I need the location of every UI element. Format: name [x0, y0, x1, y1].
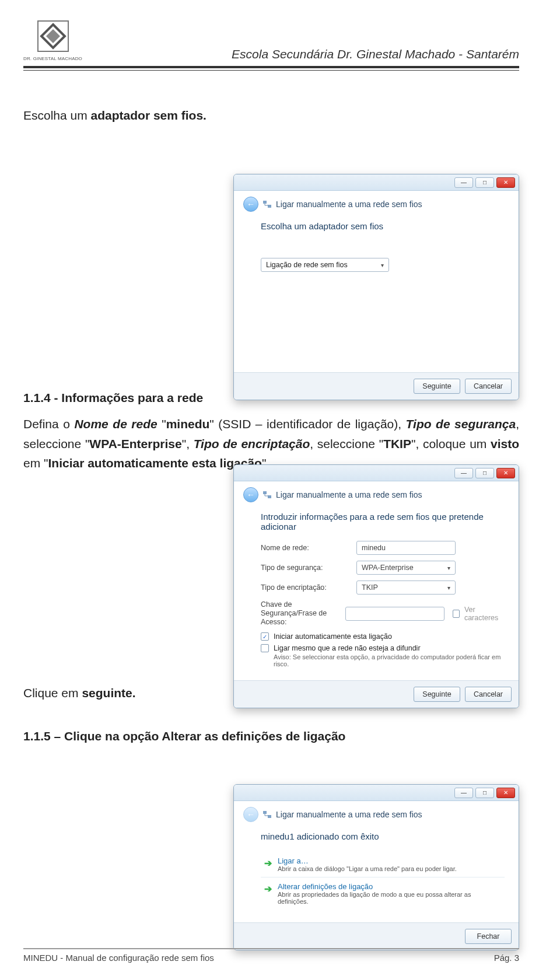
svg-marker-2 — [46, 29, 60, 43]
chevron-down-icon: ▾ — [381, 262, 384, 268]
back-button[interactable]: ← — [243, 197, 258, 212]
security-type-combo[interactable]: WPA-Enterprise▾ — [356, 561, 456, 575]
connect-hidden-checkbox[interactable] — [261, 644, 269, 652]
wizard-window-added-success: — □ ✕ ← Ligar manualmente a uma rede sem… — [233, 784, 519, 950]
window-maximize-button[interactable]: □ — [475, 468, 494, 478]
header-rule-thin — [23, 70, 519, 71]
option-change-title: Alterar definições de ligação — [278, 882, 501, 891]
option-connect-desc: Abrir a caixa de diálogo "Ligar a uma re… — [278, 865, 457, 872]
window-titlebar[interactable]: — □ ✕ — [234, 174, 519, 191]
page-header: DR. GINESTAL MACHADO Escola Secundária D… — [23, 18, 519, 61]
show-chars-label: Ver caracteres — [464, 606, 505, 622]
wizard-heading: minedu1 adicionado com êxito — [261, 831, 505, 841]
window-close-button[interactable]: ✕ — [496, 788, 515, 798]
auto-connect-checkbox[interactable]: ✓ — [261, 632, 269, 641]
back-button: ← — [243, 807, 258, 822]
label-network-name: Nome de rede: — [261, 544, 348, 552]
adapter-combo[interactable]: Ligação de rede sem fios ▾ — [261, 258, 389, 272]
cancel-button[interactable]: Cancelar — [465, 379, 512, 394]
wizard-title: Ligar manualmente a uma rede sem fios — [276, 490, 422, 499]
adapter-combo-value: Ligação de rede sem fios — [266, 261, 348, 269]
encryption-type-combo[interactable]: TKIP▾ — [356, 581, 456, 595]
connect-hidden-label: Ligar mesmo que a rede não esteja a difu… — [274, 644, 421, 652]
wizard-heading: Escolha um adaptador sem fios — [261, 221, 505, 231]
window-minimize-button[interactable]: — — [454, 468, 473, 478]
wizard-window-choose-adapter: — □ ✕ ← Ligar manualmente a uma rede sem… — [233, 174, 519, 400]
window-minimize-button[interactable]: — — [454, 177, 473, 188]
arrow-right-icon: ➔ — [264, 883, 272, 894]
next-button[interactable]: Seguinte — [414, 687, 460, 702]
back-button[interactable]: ← — [243, 487, 258, 502]
label-security-type: Tipo de segurança: — [261, 564, 348, 572]
option-change-settings[interactable]: ➔ Alterar definições de ligação Abrir as… — [261, 877, 505, 910]
option-change-desc: Abrir as propriedades da ligação de modo… — [278, 891, 501, 905]
header-rule-thick — [23, 66, 519, 68]
next-button[interactable]: Seguinte — [414, 379, 460, 394]
svg-rect-3 — [263, 201, 267, 204]
school-name: Escola Secundária Dr. Ginestal Machado -… — [232, 47, 519, 61]
privacy-warning: Aviso: Se seleccionar esta opção, a priv… — [274, 653, 505, 667]
wizard-title: Ligar manualmente a uma rede sem fios — [276, 810, 422, 819]
svg-rect-7 — [263, 811, 267, 814]
show-chars-checkbox[interactable] — [453, 610, 460, 618]
window-close-button[interactable]: ✕ — [496, 177, 515, 188]
svg-rect-5 — [263, 491, 267, 494]
close-button[interactable]: Fechar — [465, 929, 512, 944]
window-maximize-button[interactable]: □ — [475, 177, 494, 188]
window-maximize-button[interactable]: □ — [475, 788, 494, 798]
wizard-window-network-info: — □ ✕ ← Ligar manualmente a uma rede sem… — [233, 464, 519, 708]
footer-doc-title: MINEDU - Manual de configuração rede sem… — [23, 953, 214, 963]
arrow-right-icon: ➔ — [264, 858, 272, 869]
chevron-down-icon: ▾ — [447, 585, 450, 591]
logo-caption: DR. GINESTAL MACHADO — [23, 56, 82, 61]
page-footer: MINEDU - Manual de configuração rede sem… — [23, 948, 519, 963]
heading-1-1-5: 1.1.5 – Clique na opção Alterar as defin… — [23, 726, 519, 746]
footer-rule — [23, 948, 519, 949]
label-security-key: Chave de Segurança/Frase de Acesso: — [261, 600, 337, 627]
network-name-input[interactable]: minedu — [356, 541, 456, 555]
security-key-input[interactable] — [345, 607, 444, 621]
window-titlebar[interactable]: — □ ✕ — [234, 785, 519, 801]
footer-page-number: Pág. 3 — [494, 953, 519, 963]
option-connect-to[interactable]: ➔ Ligar a… Abrir a caixa de diálogo "Lig… — [261, 852, 505, 877]
network-icon — [262, 199, 272, 209]
paragraph-choose-adapter: Escolha um adaptador sem fios. — [23, 106, 519, 125]
window-close-button[interactable]: ✕ — [496, 468, 515, 478]
label-encryption-type: Tipo de encriptação: — [261, 583, 348, 592]
window-minimize-button[interactable]: — — [454, 788, 473, 798]
option-connect-title: Ligar a… — [278, 856, 457, 865]
logo-icon — [34, 18, 72, 55]
window-titlebar[interactable]: — □ ✕ — [234, 465, 519, 481]
school-logo: DR. GINESTAL MACHADO — [23, 18, 82, 61]
auto-connect-label: Iniciar automaticamente esta ligação — [274, 632, 392, 641]
chevron-down-icon: ▾ — [447, 565, 450, 571]
network-icon — [262, 809, 272, 820]
cancel-button[interactable]: Cancelar — [465, 687, 512, 702]
wizard-heading: Introduzir informações para a rede sem f… — [261, 512, 505, 532]
wizard-title: Ligar manualmente a uma rede sem fios — [276, 200, 422, 209]
network-icon — [262, 490, 272, 500]
